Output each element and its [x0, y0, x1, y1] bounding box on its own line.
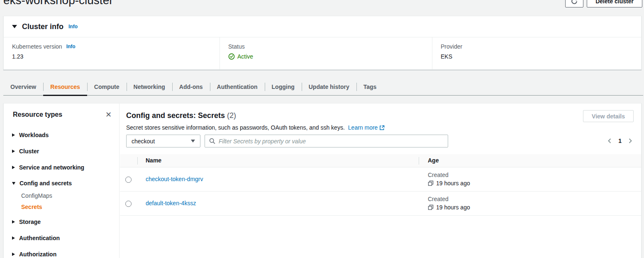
- created-label: Created: [428, 172, 470, 178]
- age-cell: Created 19 hours ago: [428, 196, 470, 211]
- delete-cluster-button[interactable]: Delete cluster: [587, 0, 642, 7]
- view-details-button[interactable]: View details: [583, 110, 634, 122]
- learn-more-link[interactable]: Learn more: [348, 124, 385, 131]
- next-page-icon[interactable]: [628, 138, 633, 144]
- page-title: eks-workshop-cluster: [3, 0, 113, 7]
- tab-update-history[interactable]: Update history: [302, 78, 356, 96]
- row-radio-button[interactable]: [125, 201, 132, 207]
- sidebar-item-authentication[interactable]: Authentication: [12, 235, 60, 241]
- field-status: Status Active: [220, 37, 432, 70]
- close-icon[interactable]: ✕: [105, 111, 112, 118]
- field-label: Status: [228, 43, 245, 50]
- sidebar-item-authorization[interactable]: Authorization: [12, 251, 56, 258]
- search-box: [205, 135, 448, 147]
- field-provider: Provider EKS: [432, 37, 641, 70]
- copy-icon[interactable]: [428, 180, 434, 186]
- tab-add-ons[interactable]: Add-ons: [172, 78, 210, 96]
- sidebar-item-cluster[interactable]: Cluster: [12, 148, 39, 155]
- header-actions: Delete cluster: [565, 0, 642, 7]
- collapse-caret-icon[interactable]: [12, 25, 17, 28]
- refresh-icon: [571, 0, 578, 5]
- secret-name-link[interactable]: default-token-4kssz: [146, 200, 196, 206]
- chevron-right-icon: [12, 150, 15, 153]
- age-text: 19 hours ago: [436, 204, 470, 211]
- heading-count: (2): [227, 111, 236, 120]
- tab-authentication[interactable]: Authentication: [210, 78, 265, 96]
- kubernetes-version-value: 1.23: [12, 53, 211, 60]
- chevron-right-icon: [12, 253, 15, 256]
- provider-value: EKS: [441, 53, 633, 60]
- age-text: 19 hours ago: [436, 180, 470, 187]
- field-kubernetes-version: Kubernetes version Info 1.23: [4, 37, 220, 70]
- table-row: checkout-token-dmgrv Created 19 hours ag…: [120, 167, 641, 192]
- sidebar-item-config-and-secrets[interactable]: Config and secrets: [12, 180, 72, 187]
- sidebar-title: Resource types: [13, 111, 62, 118]
- heading-text: Config and secrets: Secrets: [126, 111, 225, 120]
- cluster-tabs: Overview Resources Compute Networking Ad…: [3, 78, 383, 96]
- pagination: 1: [607, 138, 633, 144]
- cluster-info-card: Cluster info Info Kubernetes version Inf…: [3, 16, 642, 70]
- sidebar-item-storage[interactable]: Storage: [12, 219, 41, 225]
- filter-row: checkout: [126, 135, 448, 147]
- secrets-table: Name Age checkout-token-dmgrv Created: [120, 154, 641, 216]
- check-circle-icon: [228, 53, 235, 60]
- content-heading: Config and secrets: Secrets (2): [126, 111, 236, 120]
- status-badge: Active: [228, 53, 424, 60]
- column-header-name: Name: [146, 157, 161, 164]
- sidebar-item-workloads[interactable]: Workloads: [12, 132, 49, 138]
- tab-networking[interactable]: Networking: [127, 78, 172, 96]
- copy-icon[interactable]: [428, 204, 434, 210]
- status-text: Active: [237, 53, 253, 60]
- table-header: Name Age: [120, 154, 641, 167]
- resources-panel: Resource types ✕ Workloads Cluster Servi…: [3, 103, 642, 258]
- chevron-right-icon: [12, 166, 15, 169]
- chevron-right-icon: [12, 133, 15, 137]
- previous-page-icon[interactable]: [607, 138, 612, 144]
- sidebar-item-secrets[interactable]: Secrets: [21, 204, 42, 210]
- secret-name-link[interactable]: checkout-token-dmgrv: [146, 176, 203, 182]
- tab-compute[interactable]: Compute: [87, 78, 127, 96]
- tab-tags[interactable]: Tags: [356, 78, 384, 96]
- chevron-right-icon: [12, 236, 15, 240]
- column-header-age: Age: [428, 157, 439, 164]
- cluster-info-header[interactable]: Cluster info Info: [4, 16, 641, 37]
- dropdown-caret-icon: [191, 140, 195, 143]
- chevron-right-icon: [12, 220, 15, 224]
- cluster-info-body: Kubernetes version Info 1.23 Status Acti…: [4, 37, 641, 70]
- namespace-dropdown[interactable]: checkout: [126, 135, 200, 147]
- external-link-icon: [379, 125, 385, 130]
- field-label: Kubernetes version: [12, 43, 62, 50]
- search-icon: [209, 138, 215, 144]
- cluster-info-info-link[interactable]: Info: [68, 24, 78, 29]
- search-input[interactable]: [219, 138, 444, 145]
- age-cell: Created 19 hours ago: [428, 172, 470, 187]
- tab-resources[interactable]: Resources: [43, 78, 87, 96]
- secrets-description: Secret stores sensitive information, suc…: [126, 124, 385, 131]
- row-radio-button[interactable]: [125, 177, 132, 183]
- tab-overview[interactable]: Overview: [3, 78, 43, 96]
- kubernetes-version-info-link[interactable]: Info: [66, 44, 76, 49]
- tab-logging[interactable]: Logging: [265, 78, 302, 96]
- sidebar-item-service-and-networking[interactable]: Service and networking: [12, 164, 84, 171]
- field-label: Provider: [441, 43, 462, 50]
- cluster-info-title: Cluster info: [22, 22, 63, 31]
- secrets-content: Config and secrets: Secrets (2) View det…: [120, 103, 641, 258]
- created-label: Created: [428, 196, 470, 202]
- page-number[interactable]: 1: [618, 138, 622, 144]
- table-row: default-token-4kssz Created 19 hours ago: [120, 192, 641, 216]
- sidebar-item-configmaps[interactable]: ConfigMaps: [21, 192, 52, 199]
- refresh-button[interactable]: [565, 0, 583, 7]
- chevron-down-icon: [12, 182, 15, 185]
- resource-types-sidebar: Resource types ✕ Workloads Cluster Servi…: [4, 103, 120, 258]
- dropdown-value: checkout: [132, 138, 155, 145]
